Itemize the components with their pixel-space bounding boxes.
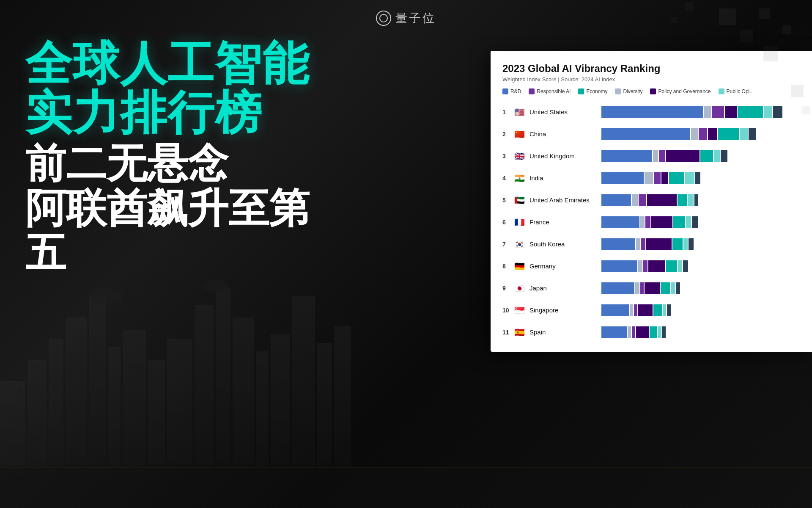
title-area: 全球人工智能实力排行榜 前二无悬念 阿联酋飙升至第五 [0,30,364,275]
logo-icon [376,11,391,26]
main-title: 全球人工智能实力排行榜 [25,39,338,137]
main-content: 量子位 全球人工智能实力排行榜 前二无悬念 阿联酋飙升至第五 [0,0,812,508]
logo-text: 量子位 [395,10,436,26]
subtitle-1: 前二无悬念 [25,141,338,186]
subtitle-2: 阿联酋飙升至第五 [25,186,338,275]
header: 量子位 [0,0,812,30]
